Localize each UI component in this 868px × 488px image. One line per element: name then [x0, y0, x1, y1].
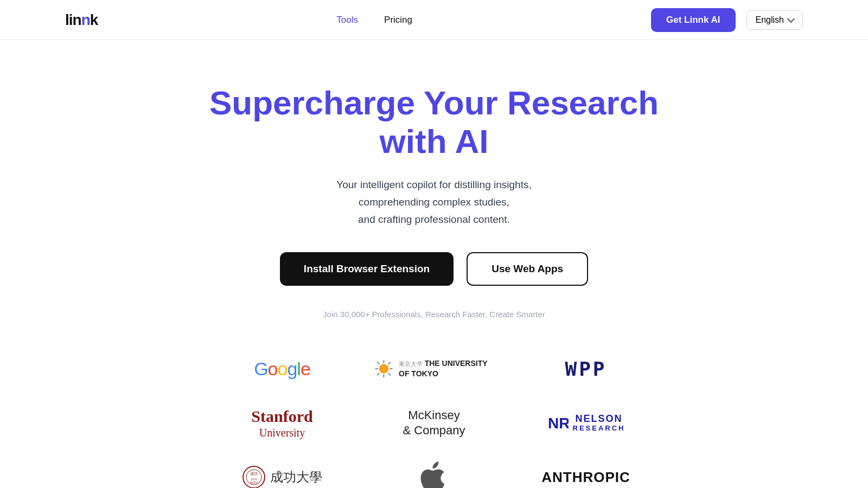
nelson-nr-icon: NR	[547, 412, 569, 434]
nelson-research-logo: NR NELSON RESEARCH	[547, 401, 626, 445]
tokyo-sun-icon	[374, 356, 393, 382]
logo[interactable]: linnk	[65, 11, 98, 29]
install-extension-button[interactable]: Install Browser Extension	[280, 252, 454, 286]
svg-text:NR: NR	[548, 415, 569, 432]
google-logo: Google	[254, 347, 310, 390]
nav-right: Get Linnk AI English	[651, 8, 803, 32]
hero-section: Supercharge Your Research with AI Your i…	[0, 40, 868, 488]
svg-text:成功: 成功	[250, 472, 258, 476]
apple-icon	[420, 461, 448, 488]
navbar: linnk Tools Pricing Get Linnk AI English	[0, 0, 868, 40]
nav-tools-link[interactable]: Tools	[336, 15, 358, 25]
ncku-logo: 成功 1931 NCKU 成功大學	[242, 455, 322, 488]
svg-point-9	[381, 366, 387, 373]
hero-title: Supercharge Your Research with AI	[190, 84, 678, 161]
svg-line-5	[377, 362, 379, 364]
partner-logos: Google	[222, 347, 646, 488]
language-selector[interactable]: English	[746, 10, 803, 30]
tokyo-university-logo: 東京大学 THE UNIVERSITY OF TOKYO	[374, 347, 494, 390]
hero-subtitle: Your intelligent copilot for distilling …	[336, 176, 531, 229]
anthropic-logo: ANTHROPIC	[541, 455, 630, 488]
ncku-seal-icon: 成功 1931 NCKU	[242, 465, 266, 488]
use-webapp-button[interactable]: Use Web Apps	[467, 252, 588, 286]
wpp-logo: WPP	[565, 347, 607, 390]
svg-text:NCKU: NCKU	[250, 481, 258, 484]
language-label: English	[756, 15, 784, 25]
svg-line-6	[388, 374, 391, 376]
apple-logo	[420, 455, 448, 488]
stanford-logo: Stanford University	[251, 401, 312, 445]
hero-buttons: Install Browser Extension Use Web Apps	[280, 252, 588, 286]
mckinsey-logo: McKinsey& Company	[403, 401, 465, 445]
chevron-down-icon	[787, 15, 795, 23]
svg-line-8	[377, 374, 379, 376]
social-proof-text: Join 30,000+ Professionals, Research Fas…	[323, 310, 545, 319]
svg-line-7	[388, 362, 391, 364]
nav-links: Tools Pricing	[336, 15, 412, 25]
nav-pricing-link[interactable]: Pricing	[384, 15, 412, 25]
get-linnk-button[interactable]: Get Linnk AI	[651, 8, 736, 32]
